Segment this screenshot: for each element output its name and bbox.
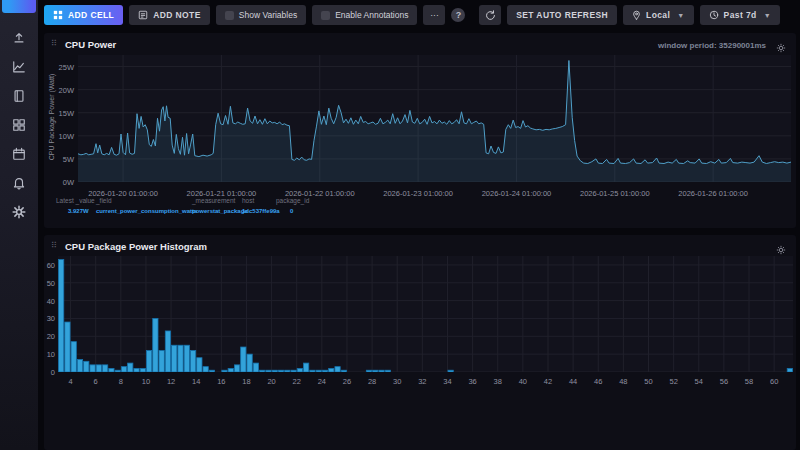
y-tick-label: 15W (44, 109, 74, 118)
caret-down-icon: ▼ (764, 12, 771, 19)
cell-cpu-power-histogram: ⠿ CPU Package Power Histogram CPU Packag… (44, 235, 796, 450)
x-tick-label: 34 (437, 377, 457, 386)
sidebar-item-data-explorer[interactable] (0, 52, 38, 81)
checkbox-icon (225, 11, 234, 20)
enable-annotations-toggle[interactable]: Enable Annotations (312, 5, 417, 25)
line-chart-icon (12, 60, 26, 74)
sidebar-item-load-data[interactable] (0, 23, 38, 52)
x-tick-label: 54 (689, 377, 709, 386)
histogram-bar (172, 345, 177, 372)
x-tick-label: 24 (312, 377, 332, 386)
x-tick-label: 32 (412, 377, 432, 386)
show-variables-label: Show Variables (239, 10, 297, 20)
histogram-bar (128, 363, 133, 372)
drag-handle-icon[interactable]: ⠿ (51, 39, 58, 48)
sidebar-item-notebooks[interactable] (0, 81, 38, 110)
legend-header: package_id (276, 197, 309, 204)
histogram-bar (285, 370, 290, 372)
histogram-bar (203, 367, 208, 372)
histogram-bar (184, 345, 189, 372)
time-range-dropdown[interactable]: Past 7d ▼ (700, 5, 780, 25)
histogram-bar (379, 370, 384, 372)
histogram-bar (59, 260, 64, 372)
legend-header: _measurement (192, 197, 235, 204)
notebook-icon (12, 89, 26, 103)
histogram-bar (260, 370, 265, 372)
histogram-bar (335, 367, 340, 372)
histogram-bar (190, 351, 195, 372)
histogram-bar (65, 322, 70, 372)
dashboards-icon (12, 118, 26, 132)
x-tick-label: 12 (161, 377, 181, 386)
cpu-power-chart[interactable] (78, 55, 791, 182)
histogram-bar (448, 370, 453, 372)
legend-value-measurement[interactable]: powerstat_package (192, 208, 248, 214)
gear-icon (12, 205, 26, 219)
more-options-button[interactable]: ··· (423, 5, 445, 25)
histogram-bar (272, 370, 277, 372)
x-tick-label: 2026-01-26 01:00:00 (668, 189, 758, 198)
refresh-icon (485, 10, 496, 21)
add-note-button[interactable]: ADD NOTE (129, 5, 210, 25)
histogram-bar (102, 365, 107, 372)
y-tick-label: 30 (44, 314, 55, 323)
histogram-bar (159, 351, 164, 372)
histogram-bar (115, 370, 120, 372)
x-tick-label: 2026-01-21 01:00:00 (176, 189, 266, 198)
drag-handle-icon[interactable]: ⠿ (51, 241, 58, 250)
histogram-bar (310, 370, 315, 372)
histogram-bar (77, 360, 82, 372)
legend-value-host[interactable]: 1dc537ffe99a (242, 208, 280, 214)
x-tick-label: 46 (588, 377, 608, 386)
x-tick-label: 2026-01-22 01:00:00 (275, 189, 365, 198)
histogram-bar (373, 370, 378, 372)
histogram-bar (197, 358, 202, 372)
legend-value-field[interactable]: current_power_consumption_watts (96, 208, 197, 214)
histogram-bar (385, 370, 390, 372)
x-tick-label: 2026-01-25 01:00:00 (570, 189, 660, 198)
histogram-bar (71, 342, 76, 372)
refresh-button[interactable] (479, 5, 501, 25)
x-tick-label: 56 (714, 377, 734, 386)
calendar-icon (12, 147, 26, 161)
y-tick-label: 60 (44, 261, 55, 270)
x-tick-label: 44 (563, 377, 583, 386)
add-cell-button[interactable]: ADD CELL (44, 5, 123, 25)
map-pin-icon (632, 10, 641, 20)
question-mark-icon: ? (456, 10, 462, 20)
enable-annotations-label: Enable Annotations (335, 10, 408, 20)
histogram-bar (241, 347, 246, 372)
help-button[interactable]: ? (451, 8, 465, 22)
sidebar-item-dashboards[interactable] (0, 110, 38, 139)
caret-down-icon: ▼ (677, 12, 684, 19)
x-tick-label: 14 (186, 377, 206, 386)
x-tick-label: 16 (211, 377, 231, 386)
app-logo[interactable] (2, 0, 36, 13)
x-tick-label: 2026-01-20 01:00:00 (78, 189, 168, 198)
cell-cpu-power: ⠿ CPU Power window period: 35290001ms CP… (44, 33, 796, 228)
histogram-bar (329, 368, 334, 372)
bell-icon (12, 176, 26, 190)
timezone-dropdown[interactable]: Local ▼ (623, 5, 694, 25)
histogram-bar (140, 368, 145, 372)
show-variables-toggle[interactable]: Show Variables (216, 5, 306, 25)
cpu-power-histogram-chart[interactable] (58, 256, 793, 372)
histogram-bar (278, 370, 283, 372)
sidebar-item-tasks[interactable] (0, 139, 38, 168)
x-tick-label: 48 (613, 377, 633, 386)
note-icon (138, 10, 148, 20)
x-tick-label: 40 (513, 377, 533, 386)
x-tick-label: 50 (639, 377, 659, 386)
histogram-bar (253, 363, 258, 372)
sidebar-item-settings[interactable] (0, 197, 38, 226)
x-tick-label: 2026-01-24 01:00:00 (471, 189, 561, 198)
set-auto-refresh-button[interactable]: SET AUTO REFRESH (507, 5, 617, 25)
y-tick-label: 10W (44, 132, 74, 141)
legend-value-package-id[interactable]: 0 (290, 208, 293, 214)
x-tick-label: 8 (111, 377, 131, 386)
histogram-bar (222, 370, 227, 372)
histogram-bar (304, 363, 309, 372)
x-tick-label: 18 (236, 377, 256, 386)
sidebar-item-alerts[interactable] (0, 168, 38, 197)
cell-title: CPU Power (65, 39, 116, 50)
